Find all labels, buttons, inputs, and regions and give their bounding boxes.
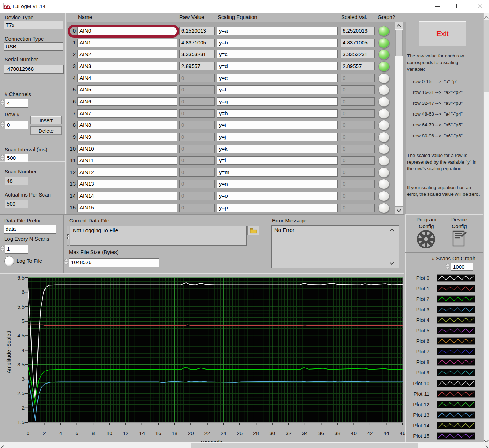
legend-item[interactable] xyxy=(437,390,475,398)
program-config-button[interactable] xyxy=(417,230,435,249)
channel-name-field[interactable]: AIN9 xyxy=(77,133,177,141)
legend-item[interactable] xyxy=(437,422,475,429)
graph-enable-led[interactable] xyxy=(378,191,389,201)
log-every-n-spinner[interactable] xyxy=(0,246,5,251)
graph-enable-led[interactable] xyxy=(378,49,389,60)
table-scroll-down[interactable] xyxy=(395,206,403,214)
max-file-size-spinner[interactable] xyxy=(64,259,68,264)
error-scroll-down[interactable] xyxy=(390,260,393,266)
legend-item[interactable] xyxy=(437,358,475,366)
log-to-file-radio[interactable] xyxy=(4,256,14,266)
channel-name-field[interactable]: AIN3 xyxy=(77,62,177,70)
scaling-equation-field[interactable]: y=a xyxy=(217,27,338,35)
legend-item[interactable] xyxy=(437,369,475,376)
scaling-equation-field[interactable]: y=j xyxy=(217,133,338,141)
legend-item[interactable] xyxy=(437,337,475,345)
graph-enable-led[interactable] xyxy=(378,61,389,71)
scaling-equation-field[interactable]: y=p xyxy=(217,204,338,212)
legend-item[interactable] xyxy=(437,295,475,303)
graph-enable-led[interactable] xyxy=(378,132,389,142)
channel-name-field[interactable]: AIN4 xyxy=(77,74,177,82)
legend-item[interactable] xyxy=(437,316,475,324)
close-button[interactable] xyxy=(472,0,488,12)
scaling-equation-field[interactable]: y=i xyxy=(217,121,338,129)
maximize-button[interactable] xyxy=(451,0,467,12)
graph-enable-led[interactable] xyxy=(378,179,389,189)
scan-interval-spinner[interactable] xyxy=(0,154,5,160)
legend-item[interactable] xyxy=(437,401,475,408)
legend-item[interactable] xyxy=(437,327,475,334)
data-file-prefix-field[interactable]: data xyxy=(4,225,56,234)
scroll-left-arrow[interactable] xyxy=(2,444,5,448)
log-every-n-field[interactable]: 1 xyxy=(5,245,28,254)
scaling-equation-field[interactable]: y=b xyxy=(217,39,338,47)
graph-enable-led[interactable] xyxy=(378,144,389,154)
graph-enable-led[interactable] xyxy=(378,203,389,213)
graph-enable-led[interactable] xyxy=(378,85,389,95)
channel-name-field[interactable]: AIN5 xyxy=(77,85,177,94)
graph-enable-led[interactable] xyxy=(378,38,389,48)
scaling-equation-field[interactable]: y=m xyxy=(217,168,338,177)
graph-enable-led[interactable] xyxy=(378,26,389,36)
graph-enable-led[interactable] xyxy=(378,120,389,130)
scaling-equation-field[interactable]: y=l xyxy=(217,156,338,165)
table-scroll-up[interactable] xyxy=(395,22,403,29)
device-config-button[interactable] xyxy=(452,229,467,247)
graph-enable-led[interactable] xyxy=(378,109,389,119)
max-file-size-field[interactable]: 1048576 xyxy=(69,258,159,267)
channel-name-field[interactable]: AIN2 xyxy=(77,50,177,58)
legend-item[interactable] xyxy=(437,306,475,313)
legend-item[interactable] xyxy=(437,380,475,387)
scaling-equation-field[interactable]: y=g xyxy=(217,97,338,106)
row-number-spinner[interactable] xyxy=(0,122,5,127)
legend-item[interactable] xyxy=(437,432,475,440)
graph-enable-led[interactable] xyxy=(378,167,389,178)
channel-name-field[interactable]: AIN8 xyxy=(77,121,177,129)
channel-name-field[interactable]: AIN15 xyxy=(77,204,177,212)
row-number-field[interactable]: 0 xyxy=(5,121,28,129)
channel-name-field[interactable]: AIN13 xyxy=(77,180,177,188)
insert-button[interactable]: Insert xyxy=(30,116,62,124)
error-scroll-up[interactable] xyxy=(390,227,393,233)
graph-enable-led[interactable] xyxy=(378,73,389,83)
channel-name-field[interactable]: AIN1 xyxy=(77,39,177,47)
browse-folder-button[interactable] xyxy=(247,226,259,235)
num-channels-spinner[interactable] xyxy=(0,99,5,105)
exit-button[interactable]: Exit xyxy=(419,21,466,46)
scaling-equation-field[interactable]: y=o xyxy=(217,192,338,200)
scaling-equation-field[interactable]: y=f xyxy=(217,85,338,94)
num-channels-field[interactable]: 4 xyxy=(5,99,28,108)
current-file-scroll-strip[interactable] xyxy=(67,226,69,246)
legend-item[interactable] xyxy=(437,285,475,292)
scaling-equation-field[interactable]: y=d xyxy=(217,62,338,70)
col-header-equation: Scaling Equation xyxy=(218,14,257,20)
scans-on-graph-field[interactable]: 1000 xyxy=(451,263,473,271)
col-header-name: Name xyxy=(78,14,92,20)
legend-item[interactable] xyxy=(437,411,475,419)
legend-item[interactable] xyxy=(437,348,475,355)
scaling-equation-field[interactable]: y=h xyxy=(217,109,338,118)
legend-plot-label: Plot 13 xyxy=(408,412,429,418)
scaling-equation-field[interactable]: y=e xyxy=(217,74,338,82)
channel-name-field[interactable]: AIN11 xyxy=(77,156,177,165)
scroll-right-arrow[interactable] xyxy=(484,444,488,448)
scans-on-graph-spinner[interactable] xyxy=(446,263,450,269)
window-vertical-scrollbar[interactable] xyxy=(483,13,489,442)
graph-enable-led[interactable] xyxy=(378,156,389,166)
scaling-equation-field[interactable]: y=c xyxy=(217,50,338,58)
minimize-button[interactable] xyxy=(429,0,445,12)
channel-name-field[interactable]: AIN7 xyxy=(77,109,177,118)
legend-item[interactable] xyxy=(437,274,475,282)
scan-interval-field[interactable]: 500 xyxy=(5,154,28,162)
graph-enable-led[interactable] xyxy=(378,97,389,107)
channel-name-field[interactable]: AIN12 xyxy=(77,168,177,177)
channel-name-field[interactable]: AIN10 xyxy=(77,145,177,153)
delete-button[interactable]: Delete xyxy=(30,126,62,135)
channel-name-field[interactable]: AIN14 xyxy=(77,192,177,200)
scaling-equation-field[interactable]: y=n xyxy=(217,180,338,188)
channel-name-field[interactable]: AIN6 xyxy=(77,97,177,106)
table-scroll-thumb[interactable] xyxy=(395,30,403,56)
channel-name-field[interactable]: AIN0 xyxy=(77,27,177,35)
scaling-equation-field[interactable]: y=k xyxy=(217,145,338,153)
window-horizontal-scrollbar[interactable] xyxy=(0,442,489,448)
